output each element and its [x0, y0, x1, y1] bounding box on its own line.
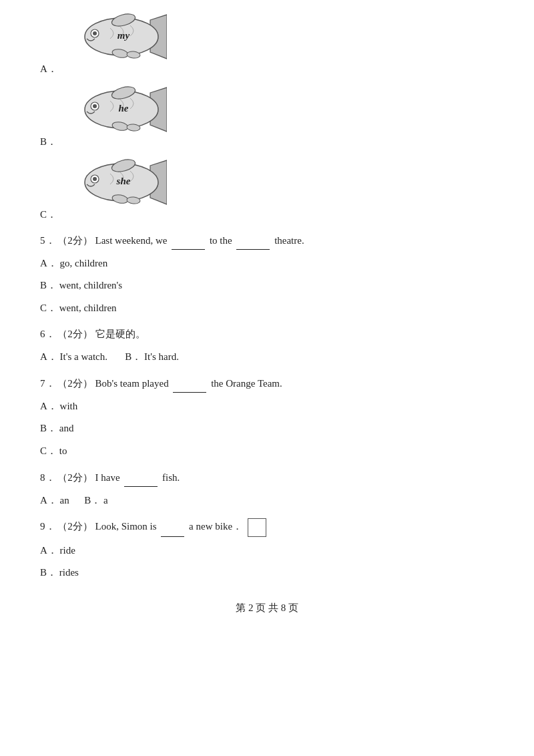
q8-opt-b-label: B． [84, 495, 101, 506]
q5-blank2 [236, 232, 270, 250]
fish-word-c: she [117, 176, 131, 187]
q6-opt-a-text: It's a watch. [60, 351, 107, 362]
question-5: 5． （2分） Last weekend, we to the theatre. [40, 232, 494, 250]
q7-option-b: B． and [40, 420, 494, 437]
q7-opt-c-label: C． [40, 445, 57, 456]
q5-option-c: C． went, children [40, 300, 494, 317]
q6-number: 6． [40, 329, 55, 339]
q7-opt-b-text: and [59, 423, 74, 433]
q9-opt-b-label: B． [40, 567, 57, 578]
q9-score: （2分） [57, 521, 93, 532]
fish-label-c: C． [40, 208, 494, 221]
q9-opt-a-text: ride [60, 545, 75, 556]
q7-number: 7． [40, 378, 55, 389]
fish-section: my A． he [40, 13, 494, 221]
svg-point-18 [93, 177, 97, 181]
fish-word-a: my [117, 30, 129, 41]
fish-image-b: he [80, 86, 167, 133]
fish-item-c: she C． [40, 159, 494, 221]
fish-label-a: A． [40, 63, 494, 75]
q7-opt-c-text: to [59, 445, 67, 456]
q7-blank1 [173, 375, 206, 393]
q8-number: 8． [40, 472, 55, 483]
q9-opt-a-label: A． [40, 545, 57, 556]
q9-number: 9． [40, 521, 55, 532]
fish-image-a: my [80, 13, 167, 60]
q7-option-a: A． with [40, 398, 494, 415]
fish-word-b: he [119, 103, 129, 114]
q9-paren [248, 518, 266, 537]
q6-score: （2分） [57, 329, 93, 339]
q5-opt-c-label: C． [40, 303, 57, 313]
q5-number: 5． [40, 235, 55, 246]
q8-score: （2分） [57, 472, 93, 483]
q9-blank1 [161, 519, 184, 537]
q7-option-c: C． to [40, 443, 494, 460]
svg-point-11 [93, 104, 97, 108]
q9-option-a: A． ride [40, 542, 494, 560]
q5-opt-a-text: go, children [60, 258, 108, 268]
question-7: 7． （2分） Bob's team played the Orange Tea… [40, 375, 494, 393]
fish-image-c: she [80, 159, 167, 206]
q5-text-before: Last weekend, we [95, 235, 168, 246]
q5-option-b: B． went, children's [40, 277, 494, 295]
q9-option-b: B． rides [40, 564, 494, 582]
fish-label-b: B． [40, 136, 494, 148]
footer-text: 第 2 页 共 8 页 [236, 602, 298, 613]
q5-option-a: A． go, children [40, 255, 494, 272]
q7-opt-a-text: with [60, 401, 78, 411]
q5-score: （2分） [57, 235, 93, 246]
q5-blank1 [172, 232, 205, 250]
question-9: 9． （2分） Look, Simon is a new bike． [40, 518, 494, 537]
q6-text: 它是硬的。 [95, 329, 146, 339]
q7-score: （2分） [57, 378, 93, 389]
q5-text-after: theatre. [274, 235, 304, 246]
fish-item-a: my A． [40, 13, 494, 75]
q5-opt-b-text: went, children's [59, 280, 122, 291]
q5-opt-b-label: B． [40, 280, 57, 291]
q6-option-ab: A． It's a watch. B． It's hard. [40, 349, 494, 366]
question-8: 8． （2分） I have fish. [40, 469, 494, 487]
q8-opt-a-text: an [60, 495, 69, 506]
q6-opt-b-text: It's hard. [144, 351, 179, 362]
q8-text-after: fish. [162, 472, 180, 483]
page-footer: 第 2 页 共 8 页 [40, 602, 494, 614]
q8-option-ab: A． an B． a [40, 492, 494, 510]
q7-opt-b-label: B． [40, 423, 57, 433]
fish-item-b: he B． [40, 86, 494, 148]
q8-opt-a-label: A． [40, 495, 57, 506]
q6-opt-b-label: B． [125, 351, 142, 362]
q7-opt-a-label: A． [40, 401, 57, 411]
q6-opt-a-label: A． [40, 351, 57, 362]
q5-opt-a-label: A． [40, 258, 57, 268]
q9-text-before: Look, Simon is [95, 521, 157, 532]
q7-text-after: the Orange Team. [211, 378, 282, 389]
svg-point-4 [93, 31, 97, 35]
question-6: 6． （2分） 它是硬的。 [40, 326, 494, 343]
q7-text-before: Bob's team played [95, 378, 169, 389]
q8-opt-b-text: a [103, 495, 108, 506]
q9-text-after: a new bike． [189, 521, 242, 532]
q5-opt-c-text: went, children [59, 303, 117, 313]
q9-opt-b-text: rides [59, 567, 79, 578]
q5-text-mid: to the [210, 235, 232, 246]
q8-text-before: I have [95, 472, 120, 483]
q8-blank1 [124, 469, 158, 487]
